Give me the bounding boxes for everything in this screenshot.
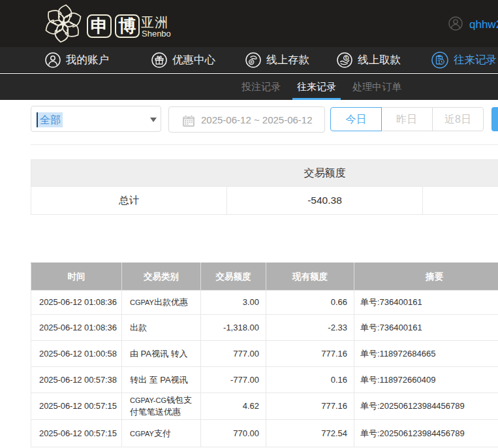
svg-text:$: $ <box>345 56 347 60</box>
